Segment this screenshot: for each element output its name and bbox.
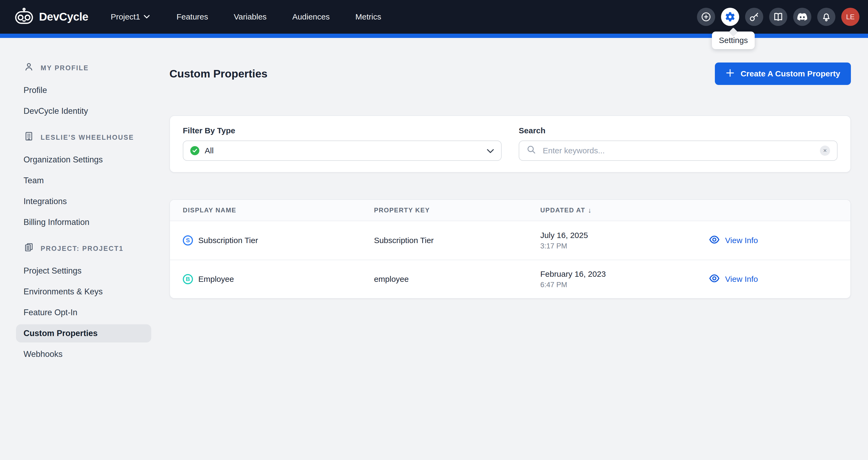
- sidebar-item-feature-opt-in[interactable]: Feature Opt-In: [16, 303, 151, 322]
- boolean-type-icon: B: [183, 274, 193, 284]
- sidebar-section-header: LESLIE'S WHEELHOUSE: [16, 131, 151, 144]
- sidebar-item-project-settings[interactable]: Project Settings: [16, 262, 151, 280]
- updated-date: July 16, 2025: [540, 231, 709, 240]
- plus-icon: [725, 68, 735, 79]
- updated-time: 6:47 PM: [540, 281, 709, 289]
- view-info-link[interactable]: View Info: [709, 272, 838, 286]
- page-header: Custom Properties Create A Custom Proper…: [169, 63, 851, 85]
- discord-button[interactable]: [793, 8, 811, 26]
- filter-type-dropdown[interactable]: All: [183, 140, 502, 161]
- sidebar-section-organization: LESLIE'S WHEELHOUSE Organization Setting…: [16, 131, 151, 231]
- nav-variables[interactable]: Variables: [234, 12, 267, 21]
- navbar-actions: LE: [697, 8, 860, 26]
- sidebar-section-header: PROJECT: PROJECT1: [16, 242, 151, 255]
- sidebar-section-title: MY PROFILE: [41, 64, 89, 72]
- tooltip-label: Settings: [719, 36, 748, 44]
- sidebar-section-my-profile: MY PROFILE Profile DevCycle Identity: [16, 61, 151, 120]
- column-header-property-key[interactable]: PROPERTY KEY: [374, 206, 540, 214]
- logo-wordmark: DevCycle: [39, 10, 88, 23]
- gear-icon: [724, 11, 736, 23]
- table-header-row: DISPLAY NAME PROPERTY KEY UPDATED AT ↓: [170, 200, 850, 221]
- sidebar-item-webhooks[interactable]: Webhooks: [16, 345, 151, 363]
- plus-circle-icon: [701, 11, 712, 23]
- building-icon: [24, 131, 34, 144]
- chevron-down-icon: [487, 146, 494, 156]
- view-info-label: View Info: [725, 236, 758, 245]
- clipboard-icon: [24, 242, 34, 255]
- nav-features[interactable]: Features: [176, 12, 208, 21]
- sidebar-item-team[interactable]: Team: [16, 171, 151, 190]
- avatar-initials: LE: [846, 13, 855, 21]
- filter-card: Filter By Type All Search: [169, 116, 851, 172]
- sidebar-section-project: PROJECT: PROJECT1 Project Settings Envir…: [16, 242, 151, 363]
- nav-metrics[interactable]: Metrics: [355, 12, 381, 21]
- create-button-label: Create A Custom Property: [741, 69, 840, 78]
- search-icon: [526, 144, 536, 157]
- search-input[interactable]: [542, 145, 814, 156]
- search-field: Search ✕: [519, 126, 838, 161]
- sidebar-item-integrations[interactable]: Integrations: [16, 192, 151, 210]
- sidebar-item-billing-information[interactable]: Billing Information: [16, 213, 151, 231]
- create-custom-property-button[interactable]: Create A Custom Property: [715, 63, 851, 85]
- updated-date: February 16, 2023: [540, 269, 709, 278]
- discord-icon: [797, 12, 808, 21]
- devcycle-app: DevCycle Project1 Features Variables Aud…: [0, 0, 868, 460]
- sidebar-section-title: LESLIE'S WHEELHOUSE: [41, 134, 134, 141]
- eye-icon: [709, 234, 720, 248]
- clear-search-button[interactable]: ✕: [820, 145, 830, 156]
- updated-time: 3:17 PM: [540, 242, 709, 250]
- sidebar-section-header: MY PROFILE: [16, 61, 151, 74]
- view-info-label: View Info: [725, 274, 758, 284]
- filter-type-value: All: [205, 146, 214, 155]
- property-key-cell: employee: [374, 274, 540, 284]
- updated-at-cell: July 16, 2025 3:17 PM: [540, 231, 709, 250]
- project-selector[interactable]: Project1: [111, 12, 150, 21]
- devcycle-logo[interactable]: DevCycle: [14, 7, 88, 26]
- column-header-updated-at[interactable]: UPDATED AT ↓: [540, 206, 709, 215]
- settings-tooltip: Settings: [712, 32, 755, 49]
- display-name-text: Subscription Tier: [198, 236, 258, 245]
- documentation-button[interactable]: [769, 8, 787, 26]
- sort-descending-icon: ↓: [588, 206, 592, 215]
- settings-button[interactable]: [721, 8, 739, 26]
- chevron-down-icon: [144, 15, 150, 19]
- custom-properties-table: DISPLAY NAME PROPERTY KEY UPDATED AT ↓ S…: [169, 199, 851, 299]
- key-icon: [748, 11, 760, 23]
- sidebar-item-environments-keys[interactable]: Environments & Keys: [16, 283, 151, 301]
- user-avatar[interactable]: LE: [841, 8, 860, 26]
- filter-by-type-field: Filter By Type All: [183, 126, 502, 161]
- search-label: Search: [519, 126, 838, 135]
- api-keys-button[interactable]: [745, 8, 763, 26]
- primary-nav: Features Variables Audiences Metrics: [176, 12, 381, 21]
- table-row[interactable]: S Subscription Tier Subscription Tier Ju…: [170, 221, 850, 260]
- sidebar-item-devcycle-identity[interactable]: DevCycle Identity: [16, 102, 151, 120]
- create-plus-button[interactable]: [697, 8, 715, 26]
- page-title: Custom Properties: [169, 68, 268, 80]
- column-header-display-name[interactable]: DISPLAY NAME: [183, 206, 374, 214]
- filter-by-type-label: Filter By Type: [183, 126, 502, 135]
- sidebar-item-custom-properties[interactable]: Custom Properties: [16, 324, 151, 342]
- display-name-cell: S Subscription Tier: [183, 235, 374, 245]
- table-row[interactable]: B Employee employee February 16, 2023 6:…: [170, 260, 850, 298]
- nav-audiences[interactable]: Audiences: [292, 12, 330, 21]
- sidebar-section-title: PROJECT: PROJECT1: [41, 245, 123, 253]
- view-info-link[interactable]: View Info: [709, 234, 838, 248]
- devcycle-robot-icon: [14, 7, 34, 26]
- project-selector-label: Project1: [111, 12, 140, 21]
- user-icon: [24, 61, 34, 74]
- search-box: ✕: [519, 140, 838, 161]
- updated-at-cell: February 16, 2023 6:47 PM: [540, 269, 709, 289]
- property-key-cell: Subscription Tier: [374, 236, 540, 245]
- main-content: Custom Properties Create A Custom Proper…: [160, 38, 868, 460]
- notifications-button[interactable]: [817, 8, 835, 26]
- display-name-text: Employee: [198, 274, 234, 284]
- bell-icon: [821, 11, 832, 23]
- eye-icon: [709, 272, 720, 286]
- sidebar-item-organization-settings[interactable]: Organization Settings: [16, 151, 151, 169]
- book-icon: [773, 11, 784, 23]
- display-name-cell: B Employee: [183, 274, 374, 284]
- string-type-icon: S: [183, 235, 193, 245]
- settings-sidebar: MY PROFILE Profile DevCycle Identity LES…: [0, 38, 160, 460]
- top-navbar: DevCycle Project1 Features Variables Aud…: [0, 0, 868, 34]
- sidebar-item-profile[interactable]: Profile: [16, 81, 151, 99]
